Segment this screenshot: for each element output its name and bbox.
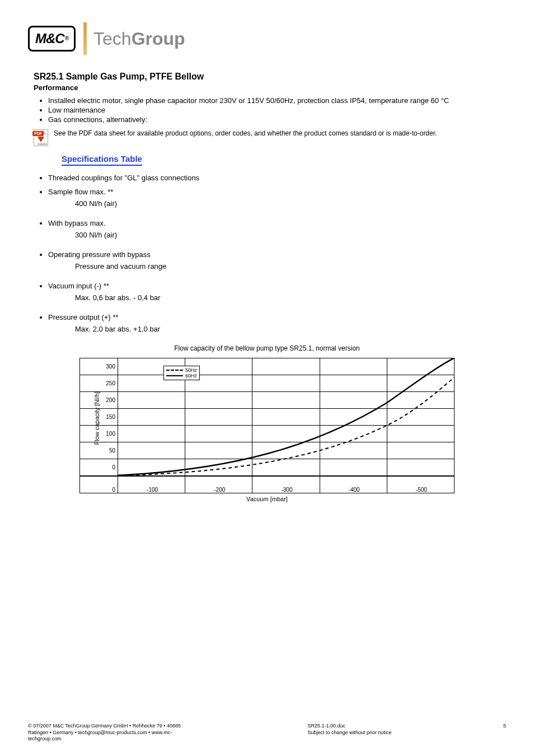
pdf-note-text: See the PDF data sheet for available pro… xyxy=(54,129,437,138)
y-tick: 200 xyxy=(80,392,118,409)
list-item: Low maintenance xyxy=(48,106,506,114)
list-item: Threaded couplings for "GL" glass connec… xyxy=(48,174,506,182)
spec-value: 400 Nl/h (air) xyxy=(75,199,506,208)
spec-item: Vacuum input (-) ** Max. 0,6 bar abs. - … xyxy=(48,282,506,302)
x-tick: -300 xyxy=(252,477,320,493)
logo-divider xyxy=(83,22,87,55)
spec-item: Operating pressure with bypass Pressure … xyxy=(48,250,506,270)
spec-label: Pressure output (+) ** xyxy=(48,313,506,321)
title-block: SR25.1 Sample Gas Pump, PTFE Bellow Perf… xyxy=(34,72,506,92)
legend-50hz: 50Hz xyxy=(185,367,197,373)
spec-value: 300 Nl/h (air) xyxy=(75,231,506,239)
footer-page: 5 xyxy=(503,723,506,743)
mc-text: M&C xyxy=(35,32,64,45)
footer-disclaimer: Subject to change without prior notice xyxy=(307,730,391,736)
chart: Flow capacity [Nl/h] 300 250 200 150 100… xyxy=(79,358,455,502)
brand-text: TechGroup xyxy=(93,29,185,49)
spec-item: Pressure output (+) ** Max. 2,0 bar abs.… xyxy=(48,313,506,333)
page-subtitle: Performance xyxy=(34,83,506,92)
list-item: Gas connections, alternatively: xyxy=(48,115,506,124)
spec-value: Pressure and vacuum range xyxy=(75,262,506,270)
spec-label: Sample flow max. ** xyxy=(48,188,506,196)
x-tick: -100 xyxy=(118,477,185,493)
footer-left: © 07/2007 M&C TechGroup Germany GmbH • R… xyxy=(28,723,196,743)
spec-value: Max. 0,6 bar abs. - 0,4 bar xyxy=(75,293,506,302)
brand-group: Group xyxy=(132,29,185,49)
brand-tech: Tech xyxy=(93,29,132,49)
y-tick: 150 xyxy=(80,409,118,426)
pdf-note-row: PDF Adobe See the PDF data sheet for ava… xyxy=(34,129,506,146)
pdf-icon: PDF Adobe xyxy=(34,129,48,146)
x-tick: -400 xyxy=(320,477,387,493)
y-tick: 100 xyxy=(80,426,118,442)
chart-x-label: Vacuum [mbar] xyxy=(79,496,455,502)
legend-60hz: 60Hz xyxy=(185,373,197,379)
y-tick: 300 xyxy=(80,358,118,375)
spec-item: Sample flow max. ** 400 Nl/h (air) xyxy=(48,188,506,208)
feature-list: Installed electric motor, single phase c… xyxy=(48,96,506,124)
y-tick: 50 xyxy=(80,442,118,459)
spec-label: With bypass max. xyxy=(48,219,506,227)
spec-label: Operating pressure with bypass xyxy=(48,250,506,259)
section-heading: Specifications Table xyxy=(62,154,142,166)
header: M&C® TechGroup xyxy=(28,22,506,55)
page-title: SR25.1 Sample Gas Pump, PTFE Bellow xyxy=(34,72,506,82)
y-tick: 250 xyxy=(80,375,118,392)
x-tick: -500 xyxy=(387,477,454,493)
x-tick: -200 xyxy=(185,477,252,493)
y-tick: 0 xyxy=(80,459,118,476)
chart-grid: 300 250 200 150 100 50 0 xyxy=(79,358,455,476)
spec-list: Threaded couplings for "GL" glass connec… xyxy=(48,174,506,333)
x-tick: 0 xyxy=(80,477,118,493)
footer-mid: SR25.1-1.00.doc Subject to change withou… xyxy=(307,723,391,743)
spec-item: With bypass max. 300 Nl/h (air) xyxy=(48,219,506,239)
footer-doc: SR25.1-1.00.doc xyxy=(307,723,391,730)
chart-title: Flow capacity of the bellow pump type SR… xyxy=(28,344,506,352)
footer: © 07/2007 M&C TechGroup Germany GmbH • R… xyxy=(28,723,506,743)
logo: M&C® TechGroup xyxy=(28,22,185,55)
spec-value: Max. 2,0 bar abs. +1,0 bar xyxy=(75,325,506,333)
list-item: Installed electric motor, single phase c… xyxy=(48,96,506,105)
chart-x-ticks: 0 -100 -200 -300 -400 -500 xyxy=(79,476,455,493)
reg-mark: ® xyxy=(65,36,68,41)
mc-badge: M&C® xyxy=(28,26,76,52)
spec-label: Vacuum input (-) ** xyxy=(48,282,506,290)
chart-legend: 50Hz 60Hz xyxy=(163,366,200,380)
